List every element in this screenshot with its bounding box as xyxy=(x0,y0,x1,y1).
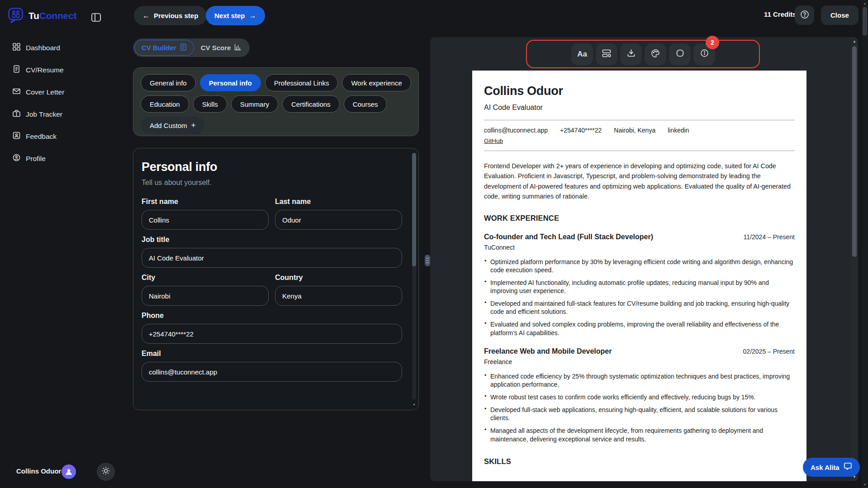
cv-bullet: Wrote robust test cases to confirm code … xyxy=(484,393,795,401)
form-scrollbar-thumb[interactable] xyxy=(412,153,416,266)
close-label: Close xyxy=(830,11,849,19)
cv-contact-line: collins@tuconnect.app +254740****22 Nair… xyxy=(484,127,795,134)
cv-bullet: Evaluated and solved complex coding prob… xyxy=(484,320,795,337)
pill-courses[interactable]: Courses xyxy=(344,95,387,113)
form-scrollbar-down-icon[interactable]: ▼ xyxy=(412,403,416,406)
question-icon xyxy=(800,10,809,21)
cv-bullet: Optimized platform performance by 30% by… xyxy=(484,258,795,275)
theme-color-button[interactable] xyxy=(645,43,666,65)
cv-job-head: Freelance Web and Mobile Developer 02/20… xyxy=(484,347,795,355)
pill-education[interactable]: Education xyxy=(141,95,189,113)
pill-certifications[interactable]: Certifications xyxy=(282,95,340,113)
country-input[interactable] xyxy=(275,286,402,306)
logo[interactable]: TuConnect xyxy=(7,6,76,25)
pill-professional-links[interactable]: Professional Links xyxy=(265,74,338,91)
pill-summary[interactable]: Summary xyxy=(231,95,278,113)
form-grid: First name Last name Job title City Coun… xyxy=(142,198,402,388)
pill-row-3: Add Custom + xyxy=(141,117,411,134)
ask-alita-label: Ask Alita xyxy=(811,464,840,471)
sidebar-item-dashboard[interactable]: Dashboard xyxy=(0,37,117,59)
cv-job: Freelance Web and Mobile Developer 02/20… xyxy=(484,347,795,443)
previous-step-button[interactable]: ← Previous step xyxy=(134,6,207,25)
pill-general-info[interactable]: General info xyxy=(141,74,196,91)
panel-resize-handle[interactable] xyxy=(425,255,430,266)
credits-counter: 11 Credits xyxy=(764,10,797,18)
cv-linkedin[interactable]: linkedin xyxy=(668,127,689,134)
sun-icon xyxy=(102,467,110,477)
field-city: City xyxy=(142,274,269,306)
font-style-button[interactable]: Aa xyxy=(571,43,593,65)
window-scrollbar[interactable]: ▲ ▼ xyxy=(862,0,868,488)
job-title-input[interactable] xyxy=(142,248,402,268)
download-icon xyxy=(627,49,636,59)
cv-summary: Frontend Developer with 2+ years of expe… xyxy=(484,161,795,202)
arrow-left-icon: ← xyxy=(142,12,150,19)
field-job-title: Job title xyxy=(142,236,402,268)
sidebar-item-label: Feedback xyxy=(26,133,57,141)
add-custom-button[interactable]: Add Custom + xyxy=(141,117,204,134)
cv-bullet: Implemented AI functionality, including … xyxy=(484,279,795,295)
tuconnect-logo-icon xyxy=(7,6,24,25)
cv-job-title: Co-founder and Tech Lead (Full Stack Dev… xyxy=(484,233,653,241)
scroll-up-icon[interactable]: ▲ xyxy=(851,39,858,43)
plus-icon: + xyxy=(191,121,196,130)
scroll-down-icon[interactable]: ▼ xyxy=(862,483,868,486)
border-shape-button[interactable] xyxy=(669,43,691,65)
download-button[interactable] xyxy=(620,43,642,65)
cv-preview-panel: Aa xyxy=(430,37,858,481)
sidebar: TuConnect Dashboard xyxy=(0,0,117,488)
cv-job-bullets: Optimized platform performance by 30% by… xyxy=(484,258,795,337)
sidebar-collapse-icon[interactable] xyxy=(90,12,101,23)
close-button[interactable]: Close xyxy=(821,5,859,25)
sidebar-item-label: Job Tracker xyxy=(26,110,62,118)
cv-github-link[interactable]: GitHub xyxy=(484,137,503,144)
pill-row-2: Education Skills Summary Certifications … xyxy=(141,95,411,113)
app-window: TuConnect Dashboard xyxy=(0,0,868,488)
sidebar-item-label: Profile xyxy=(26,155,46,163)
pill-skills[interactable]: Skills xyxy=(193,95,227,113)
pill-personal-info[interactable]: Personal info xyxy=(200,74,261,91)
arrow-right-icon: → xyxy=(249,12,256,19)
info-button[interactable]: 2 xyxy=(693,43,715,65)
form-scrollbar[interactable] xyxy=(412,153,416,400)
email-input[interactable] xyxy=(142,362,402,382)
cv-job-bullets: Enhanced code efficiency by 25% through … xyxy=(484,372,795,443)
cv-job-company: Freelance xyxy=(484,358,795,365)
cv-phone: +254740****22 xyxy=(560,127,602,134)
cv-job: Co-founder and Tech Lead (Full Stack Dev… xyxy=(484,233,795,337)
chat-bubble-icon xyxy=(844,463,852,472)
sidebar-item-feedback[interactable]: Feedback xyxy=(0,125,117,147)
window-scrollbar-thumb[interactable] xyxy=(863,7,867,36)
tab-cv-score[interactable]: CV Score xyxy=(194,40,249,56)
sidebar-item-cover-letter[interactable]: Cover Letter xyxy=(0,81,117,103)
preview-scrollbar[interactable]: ▲ ▼ xyxy=(851,37,858,481)
pill-work-experience[interactable]: Work experience xyxy=(342,74,411,91)
preview-scrollbar-thumb[interactable] xyxy=(852,46,857,257)
next-step-button[interactable]: Next step → xyxy=(206,6,265,25)
cv-headline: AI Code Evaluator xyxy=(484,104,795,112)
field-phone: Phone xyxy=(142,312,402,344)
scroll-up-icon[interactable]: ▲ xyxy=(862,2,868,5)
tab-cv-builder[interactable]: CV Builder xyxy=(134,40,194,56)
avatar[interactable] xyxy=(62,464,76,479)
field-last-name: Last name xyxy=(275,198,402,230)
theme-toggle-button[interactable] xyxy=(97,463,115,481)
sidebar-item-job-tracker[interactable]: Job Tracker xyxy=(0,103,117,125)
add-custom-label: Add Custom xyxy=(150,122,187,129)
preview-toolbar: Aa xyxy=(526,40,760,68)
first-name-input[interactable] xyxy=(142,210,269,230)
help-button[interactable] xyxy=(795,5,814,25)
city-input[interactable] xyxy=(142,286,269,306)
notification-badge: 2 xyxy=(706,36,719,49)
sidebar-item-cv-resume[interactable]: CV/Resume xyxy=(0,59,117,81)
ask-alita-button[interactable]: Ask Alita xyxy=(803,458,860,477)
sidebar-item-label: CV/Resume xyxy=(26,66,64,74)
field-email: Email xyxy=(142,350,402,382)
last-name-input[interactable] xyxy=(275,210,402,230)
sidebar-item-profile[interactable]: Profile xyxy=(0,147,117,170)
field-country: Country xyxy=(275,274,402,306)
phone-input[interactable] xyxy=(142,324,402,344)
cv-work-heading: WORK EXPERIENCE xyxy=(484,214,795,223)
cv-job-date: 11/2024 – Present xyxy=(744,233,795,241)
template-layout-button[interactable] xyxy=(596,43,617,65)
